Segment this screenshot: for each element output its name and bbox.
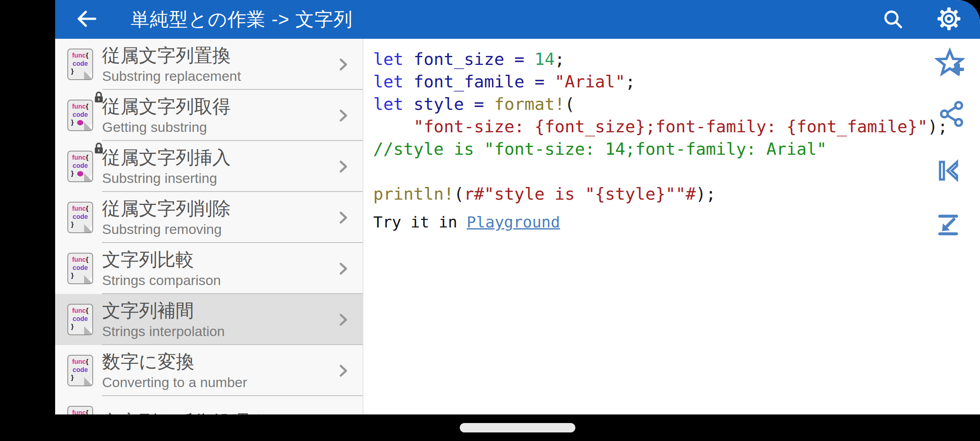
chevron-right-icon <box>334 362 352 381</box>
try-it-line: Try it in Playground <box>373 213 980 231</box>
list-item[interactable]: func{ code } <box>55 345 363 396</box>
skip-to-start-button[interactable] <box>933 157 963 186</box>
progress-dot <box>77 171 83 176</box>
list-item[interactable]: func{ code } <box>55 396 363 414</box>
list-item[interactable]: func{ code } <box>55 90 363 141</box>
item-title-jp: 従属文字列挿入 <box>102 146 231 169</box>
collapse-button[interactable] <box>933 211 963 241</box>
star-plus-icon <box>935 47 965 79</box>
page-title: 単純型との作業 -> 文字列 <box>131 7 353 32</box>
settings-button[interactable] <box>937 7 961 32</box>
item-text: 文字列比較 Strings comparison <box>102 248 221 289</box>
search-icon <box>881 7 904 32</box>
item-text: 従属文字列削除 Substring removing <box>102 197 231 238</box>
func-code-doc-icon: func{ code } <box>67 304 93 335</box>
func-code-doc-icon: func{ code } <box>67 202 93 233</box>
item-subtitle-en: Substring removing <box>102 220 231 238</box>
chevron-right-icon <box>334 107 352 126</box>
app-bar: 単純型との作業 -> 文字列 <box>55 0 980 39</box>
item-title-jp: 従属文字列取得 <box>102 95 231 118</box>
share-icon <box>937 99 966 130</box>
app-window: 単純型との作業 -> 文字列 <box>55 0 980 414</box>
content-row: func{ code } <box>55 39 980 414</box>
system-nav-bar <box>0 414 980 441</box>
folded-corner <box>85 123 93 131</box>
item-text: 文字列補間 Strings interpolation <box>102 299 225 340</box>
collapse-arrow-icon <box>934 211 962 241</box>
func-code-doc-icon: func{ code } <box>67 49 93 80</box>
sidebar-topic-list: func{ code } <box>55 39 363 414</box>
list-item[interactable]: func{ code } <box>55 192 363 243</box>
item-title-jp: 文字列を反復処理する <box>102 410 287 415</box>
list-item[interactable]: func{ code } <box>55 243 363 294</box>
lock-icon <box>94 91 104 105</box>
item-subtitle-en: Substring inserting <box>102 169 231 187</box>
item-text: 従属文字列挿入 Substring inserting <box>102 146 231 187</box>
item-title-jp: 従属文字列削除 <box>102 197 231 220</box>
func-code-doc-icon: func{ code } <box>67 100 93 131</box>
search-button[interactable] <box>880 7 905 32</box>
item-text: 従属文字列取得 Getting substring <box>102 95 231 136</box>
folded-corner <box>85 327 93 335</box>
func-code-doc-icon: func{ code } <box>67 253 93 284</box>
back-button[interactable] <box>74 7 98 32</box>
item-text: 従属文字列置換 Substring replacement <box>102 44 241 85</box>
folded-corner <box>85 174 93 182</box>
folded-corner <box>85 378 93 386</box>
playground-link[interactable]: Playground <box>467 213 560 231</box>
list-item[interactable]: func{ code } <box>55 39 363 90</box>
share-button[interactable] <box>937 100 966 129</box>
chevron-right-icon <box>334 260 352 279</box>
lock-icon <box>94 142 104 156</box>
folded-corner <box>85 276 93 284</box>
item-subtitle-en: Substring replacement <box>102 67 241 85</box>
item-subtitle-en: Converting to a number <box>102 373 247 391</box>
item-subtitle-en: Strings comparison <box>102 271 221 289</box>
item-title-jp: 文字列補間 <box>102 299 225 322</box>
add-favorite-button[interactable] <box>935 49 964 78</box>
folded-corner <box>85 72 93 80</box>
item-subtitle-en: Getting substring <box>102 118 231 136</box>
func-code-doc-icon: func{ code } <box>67 406 93 414</box>
item-title-jp: 文字列比較 <box>102 248 221 271</box>
chevron-right-icon <box>334 209 352 228</box>
chevron-right-icon <box>334 158 352 177</box>
list-item[interactable]: func{ code } <box>55 141 363 192</box>
list-item[interactable]: func{ code } <box>55 294 363 345</box>
item-text: 文字列を反復処理する <box>102 410 287 415</box>
lesson-pane: let font_size = 14;let font_famile = "Ar… <box>363 39 980 414</box>
item-subtitle-en: Strings interpolation <box>102 322 225 340</box>
item-title-jp: 数字に変換 <box>102 350 247 373</box>
item-title-jp: 従属文字列置換 <box>102 44 241 67</box>
skip-to-start-icon <box>934 156 962 187</box>
chevron-right-icon <box>334 311 352 330</box>
try-it-prefix: Try it in <box>373 213 467 231</box>
func-code-doc-icon: func{ code } <box>67 355 93 386</box>
gear-icon <box>937 7 961 33</box>
back-arrow-icon <box>74 7 98 32</box>
phone-screen: 単純型との作業 -> 文字列 <box>0 0 980 441</box>
folded-corner <box>85 225 93 233</box>
item-text: 数字に変換 Converting to a number <box>102 350 247 391</box>
code-block: let font_size = 14;let font_famile = "Ar… <box>363 39 980 205</box>
func-code-doc-icon: func{ code } <box>67 151 93 182</box>
gesture-pill[interactable] <box>460 423 575 432</box>
chevron-right-icon <box>334 56 352 75</box>
progress-dot <box>77 120 83 125</box>
